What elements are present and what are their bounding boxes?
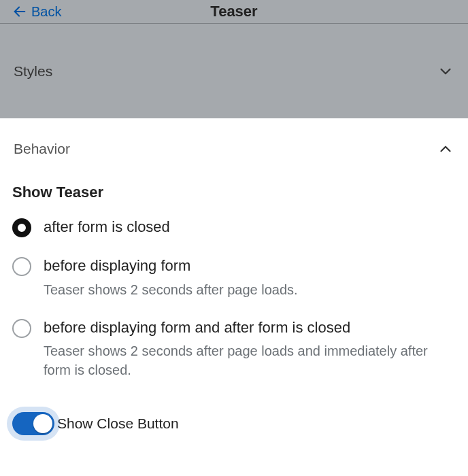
header-bar: Back Teaser: [0, 0, 468, 23]
radio-label: before displaying form: [44, 256, 298, 276]
radio-label: before displaying form and after form is…: [44, 318, 456, 338]
show-teaser-title: Show Teaser: [12, 184, 456, 201]
behavior-section: Behavior Show Teaser after form is close…: [0, 118, 468, 435]
toggle-knob: [33, 414, 52, 433]
chevron-up-icon: [437, 140, 454, 158]
radio-option-before-displaying[interactable]: before displaying form Teaser shows 2 se…: [12, 256, 456, 299]
radio-label: after form is closed: [44, 218, 170, 237]
back-label: Back: [31, 4, 61, 20]
page-title: Teaser: [0, 3, 468, 20]
radio-option-after-closed[interactable]: after form is closed: [12, 218, 456, 237]
radio-indicator: [12, 319, 31, 338]
show-close-button-toggle[interactable]: [12, 412, 54, 435]
show-close-button-row: Show Close Button: [12, 412, 456, 435]
behavior-section-label: Behavior: [14, 141, 70, 157]
behavior-section-header[interactable]: Behavior: [0, 140, 468, 165]
radio-description: Teaser shows 2 seconds after page loads.: [44, 280, 298, 299]
styles-section-label: Styles: [14, 63, 52, 80]
arrow-left-icon: [12, 4, 27, 19]
radio-option-before-and-after[interactable]: before displaying form and after form is…: [12, 318, 456, 380]
styles-section[interactable]: Styles: [0, 23, 468, 118]
show-close-button-label: Show Close Button: [57, 415, 179, 432]
back-button[interactable]: Back: [12, 4, 61, 20]
radio-indicator: [12, 218, 31, 237]
radio-indicator: [12, 257, 31, 276]
radio-description: Teaser shows 2 seconds after page loads …: [44, 341, 456, 379]
chevron-down-icon: [437, 63, 454, 80]
